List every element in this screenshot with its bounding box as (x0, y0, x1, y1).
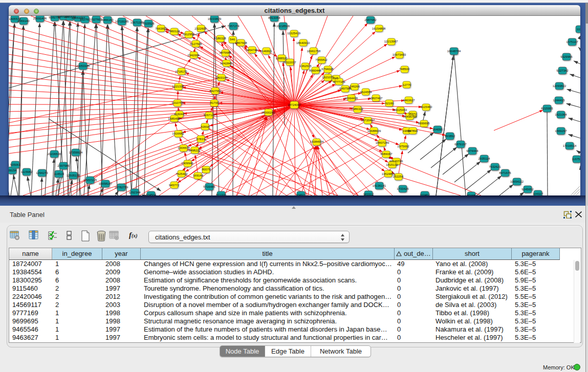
svg-text:252254: 252254 (393, 175, 404, 178)
svg-text:3912954: 3912954 (182, 33, 194, 36)
svg-text:1115682: 1115682 (21, 170, 33, 173)
svg-text:6794028: 6794028 (321, 68, 334, 71)
svg-text:1409946: 1409946 (181, 162, 193, 165)
svg-text:10807467: 10807467 (369, 97, 383, 100)
svg-text:9463627: 9463627 (403, 99, 415, 102)
svg-text:1244415: 1244415 (553, 99, 565, 102)
svg-text:2935114: 2935114 (478, 157, 491, 160)
svg-text:39154: 39154 (9, 169, 17, 172)
svg-text:17359924: 17359924 (69, 151, 83, 154)
svg-text:1733426: 1733426 (397, 187, 409, 190)
svg-text:1569297: 1569297 (555, 129, 567, 133)
svg-text:80079: 80079 (202, 168, 211, 171)
svg-text:9227342: 9227342 (556, 69, 569, 72)
svg-text:8215955: 8215955 (541, 107, 553, 110)
svg-text:1588520: 1588520 (275, 57, 288, 60)
svg-text:8813054: 8813054 (268, 16, 280, 19)
svg-text:10688609: 10688609 (367, 129, 381, 133)
svg-text:10120746: 10120746 (389, 160, 403, 163)
svg-text:116753: 116753 (572, 158, 580, 161)
svg-text:7357274: 7357274 (227, 25, 239, 28)
svg-text:18724007: 18724007 (288, 103, 301, 106)
svg-text:1621072: 1621072 (322, 76, 334, 79)
svg-text:871326: 871326 (216, 193, 227, 195)
svg-text:9474444: 9474444 (466, 149, 478, 152)
svg-text:1575107: 1575107 (566, 40, 578, 43)
svg-text:3267110: 3267110 (204, 114, 216, 117)
svg-text:7986322: 7986322 (351, 107, 363, 111)
svg-text:1621064: 1621064 (555, 113, 567, 116)
svg-text:9245652: 9245652 (521, 188, 534, 191)
svg-text:9699695: 9699695 (418, 122, 430, 125)
svg-text:12770: 12770 (403, 83, 411, 86)
svg-text:12213967: 12213967 (384, 40, 398, 43)
svg-text:893892: 893892 (445, 135, 455, 138)
svg-text:87465: 87465 (467, 194, 476, 195)
svg-text:114519: 114519 (54, 172, 64, 176)
svg-text:57833: 57833 (197, 138, 205, 141)
svg-text:10654112: 10654112 (510, 180, 524, 183)
svg-text:10973493: 10973493 (393, 53, 406, 56)
svg-text:17957225: 17957225 (83, 179, 97, 182)
svg-text:1527602: 1527602 (90, 18, 102, 21)
svg-text:10025453: 10025453 (394, 108, 407, 112)
svg-text:1294273: 1294273 (36, 171, 48, 174)
svg-text:8322037: 8322037 (284, 61, 296, 64)
svg-text:18807249: 18807249 (376, 141, 389, 144)
svg-text:416044: 416044 (174, 113, 185, 116)
svg-text:748500: 748500 (399, 68, 410, 71)
svg-text:1117: 1117 (577, 28, 580, 31)
svg-text:5498222: 5498222 (188, 149, 201, 152)
svg-text:8186328: 8186328 (214, 37, 226, 40)
svg-text:19218506: 19218506 (276, 25, 290, 28)
svg-text:7625402: 7625402 (176, 172, 188, 176)
svg-text:1292344: 1292344 (128, 191, 141, 194)
svg-text:7515526: 7515526 (142, 22, 155, 25)
svg-text:9146821: 9146821 (260, 50, 272, 53)
svg-text:8471676: 8471676 (499, 171, 511, 174)
svg-text:164095: 164095 (432, 128, 443, 131)
svg-text:16782759: 16782759 (115, 186, 128, 189)
svg-text:10958107: 10958107 (99, 182, 113, 185)
svg-text:9115460: 9115460 (421, 105, 433, 108)
svg-text:16033809: 16033809 (208, 17, 222, 20)
svg-text:2687682: 2687682 (364, 18, 377, 21)
svg-text:104327: 104327 (533, 192, 543, 195)
svg-text:6466160: 6466160 (101, 18, 114, 21)
svg-text:2397586: 2397586 (57, 164, 70, 167)
svg-text:2867608: 2867608 (235, 41, 247, 45)
svg-text:18640910: 18640910 (296, 41, 310, 45)
svg-text:169144: 169144 (193, 174, 204, 177)
svg-text:935061: 935061 (10, 163, 21, 166)
svg-text:3875685: 3875685 (219, 51, 231, 54)
svg-text:3624554: 3624554 (360, 91, 372, 94)
svg-text:12505135: 12505135 (67, 174, 80, 177)
svg-text:983312: 983312 (363, 193, 374, 195)
svg-text:53594: 53594 (201, 125, 210, 128)
svg-text:14136141: 14136141 (373, 184, 386, 187)
svg-text:8990448: 8990448 (309, 69, 321, 72)
svg-text:25300203: 25300203 (262, 111, 275, 114)
svg-text:15720407: 15720407 (361, 119, 375, 122)
svg-text:746266: 746266 (350, 85, 360, 88)
svg-text:20206536: 20206536 (48, 152, 61, 156)
svg-text:20364436: 20364436 (344, 97, 358, 100)
svg-text:9242845: 9242845 (220, 62, 232, 65)
svg-text:8427552: 8427552 (209, 90, 222, 93)
svg-text:9084067: 9084067 (380, 152, 393, 156)
svg-text:11325419: 11325419 (287, 32, 301, 35)
svg-text:8454749: 8454749 (246, 49, 258, 52)
svg-text:1916682: 1916682 (172, 132, 184, 135)
svg-text:1815132: 1815132 (386, 163, 398, 166)
svg-text:20053346: 20053346 (76, 64, 90, 68)
svg-text:7632621: 7632621 (489, 165, 501, 168)
svg-text:2342004: 2342004 (187, 54, 200, 57)
svg-text:3960124: 3960124 (168, 30, 180, 33)
svg-text:1221336: 1221336 (172, 85, 184, 88)
svg-text:9127505: 9127505 (190, 42, 202, 46)
svg-text:152760: 152760 (80, 18, 91, 21)
svg-text:7663822: 7663822 (155, 27, 167, 30)
svg-text:62160: 62160 (385, 102, 394, 105)
svg-text:2803144: 2803144 (215, 76, 228, 79)
svg-text:9777169: 9777169 (333, 80, 345, 83)
